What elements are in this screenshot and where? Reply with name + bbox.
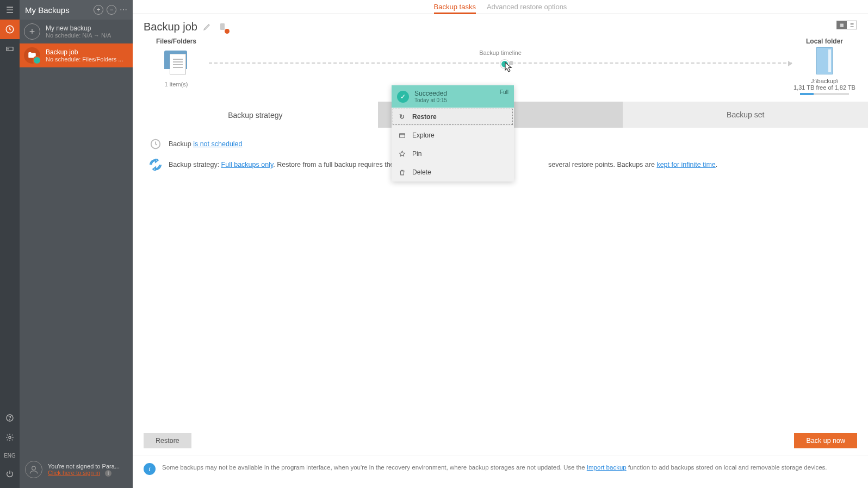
- tab-backup-set[interactable]: Backup set: [623, 102, 868, 128]
- svg-rect-7: [220, 23, 225, 30]
- tab-strategy[interactable]: Backup strategy: [133, 102, 378, 128]
- svg-rect-9: [399, 133, 405, 137]
- disk-icon: [816, 47, 833, 74]
- avatar-icon: [25, 461, 42, 478]
- backup-sub: No schedule: N/A → N/A: [46, 32, 111, 39]
- backup-name: Backup job: [46, 48, 123, 56]
- rail-backup-icon[interactable]: [0, 20, 20, 39]
- schedule-link[interactable]: is not scheduled: [193, 140, 242, 148]
- flow-source[interactable]: Files/Folders 1 item(s): [144, 37, 209, 87]
- strategy-link[interactable]: Full backups only: [221, 161, 274, 168]
- svg-point-5: [9, 436, 11, 439]
- svg-point-6: [32, 466, 36, 470]
- sidebar-item-backup-job[interactable]: Backup job No schedule: Files/Folders ..…: [20, 43, 133, 67]
- popup-item-label: Explore: [412, 132, 435, 139]
- power-icon[interactable]: [0, 464, 20, 484]
- popup-item-restore[interactable]: ↻ Restore: [392, 108, 514, 126]
- plus-icon: [24, 23, 40, 40]
- popup-item-label: Delete: [412, 168, 431, 176]
- timeline-label: Backup timeline: [209, 49, 792, 56]
- retention-link[interactable]: kept for infinite time: [656, 161, 715, 168]
- backup-now-button[interactable]: Back up now: [794, 433, 857, 448]
- success-check-icon: ✓: [397, 91, 409, 103]
- popup-item-label: Restore: [412, 113, 437, 121]
- popup-item-pin[interactable]: Pin: [392, 145, 514, 163]
- timeline-node-current[interactable]: [500, 60, 509, 68]
- free-space: 1,31 TB free of 1,82 TB: [792, 84, 857, 91]
- popup-status: Succeeded: [414, 90, 447, 97]
- action-bar: Restore Back up now: [133, 427, 868, 455]
- backup-name: My new backup: [46, 24, 111, 32]
- schedule-text: Backup is not scheduled: [169, 140, 243, 148]
- pin-icon: [398, 151, 406, 158]
- popup-timestamp: Today at 0:15: [414, 97, 447, 103]
- page-title: Backup job: [144, 21, 197, 33]
- folder-icon: [24, 47, 40, 64]
- import-backup-link[interactable]: Import backup: [587, 464, 627, 471]
- restore-button[interactable]: Restore: [144, 433, 191, 448]
- explore-icon: [398, 132, 406, 139]
- destination-label: Local folder: [792, 37, 857, 45]
- tab-advanced-restore[interactable]: Advanced restore options: [487, 3, 567, 14]
- rail-drive-icon[interactable]: [0, 39, 20, 59]
- destination-path: J:\backup\: [792, 78, 857, 84]
- tab-backup-tasks[interactable]: Backup tasks: [434, 3, 476, 14]
- sidebar-item-new-backup[interactable]: My new backup No schedule: N/A → N/A: [20, 20, 133, 43]
- title-row: Backup job ▦ ☰: [133, 14, 868, 33]
- popup-item-delete[interactable]: Delete: [392, 163, 514, 182]
- info-dot-icon[interactable]: i: [105, 470, 111, 477]
- signin-status: You're not signed to Para...: [48, 463, 120, 470]
- popup-backup-type: Full: [500, 89, 509, 95]
- popup-item-explore[interactable]: Explore: [392, 126, 514, 145]
- settings-icon[interactable]: [0, 428, 20, 447]
- view-list-button[interactable]: ☰: [847, 21, 857, 29]
- usage-bar: [800, 93, 849, 95]
- popup-item-label: Pin: [412, 150, 421, 158]
- info-icon: i: [144, 463, 156, 475]
- remove-backup-button[interactable]: −: [107, 5, 116, 15]
- help-icon[interactable]: [0, 408, 20, 428]
- delete-job-icon[interactable]: [218, 22, 228, 32]
- source-label: Files/Folders: [144, 37, 209, 45]
- view-grid-button[interactable]: ▦: [837, 21, 847, 29]
- strategy-icon: [149, 158, 162, 171]
- item-count: 1 item(s): [144, 81, 209, 87]
- svg-point-4: [10, 420, 10, 420]
- menu-icon[interactable]: ☰: [0, 0, 20, 20]
- files-icon: [161, 47, 191, 78]
- nav-rail: ☰ ENG: [0, 0, 20, 488]
- sidebar-header: My Backups + − ⋯: [20, 0, 133, 20]
- sidebar-title: My Backups: [25, 5, 70, 15]
- sidebar: My Backups + − ⋯ My new backup No schedu…: [20, 0, 133, 488]
- info-bar: i Some backups may not be available in t…: [133, 455, 868, 488]
- backup-sub: No schedule: Files/Folders ...: [46, 56, 123, 62]
- svg-point-2: [8, 48, 8, 49]
- restore-icon: ↻: [398, 113, 406, 121]
- info-text: Some backups may not be available in the…: [162, 463, 827, 472]
- timeline-popup: ✓ Succeeded Today at 0:15 Full ↻ Restore…: [392, 85, 514, 182]
- add-backup-button[interactable]: +: [94, 5, 103, 15]
- sidebar-footer: You're not signed to Para... Click here …: [20, 454, 133, 488]
- more-icon[interactable]: ⋯: [120, 5, 127, 14]
- view-toggle: ▦ ☰: [836, 21, 857, 29]
- main-panel: Backup tasks Advanced restore options Ba…: [133, 0, 868, 488]
- language-label[interactable]: ENG: [4, 453, 16, 459]
- flow-destination[interactable]: Local folder J:\backup\ 1,31 TB free of …: [792, 37, 857, 95]
- flow-timeline: Backup timeline: [209, 37, 792, 64]
- trash-icon: [398, 169, 406, 176]
- signin-link[interactable]: Click here to sign in: [48, 470, 100, 476]
- popup-header: ✓ Succeeded Today at 0:15 Full: [392, 85, 514, 108]
- edit-icon[interactable]: [203, 22, 213, 32]
- top-tabs: Backup tasks Advanced restore options: [133, 0, 868, 14]
- clock-icon: [149, 137, 162, 151]
